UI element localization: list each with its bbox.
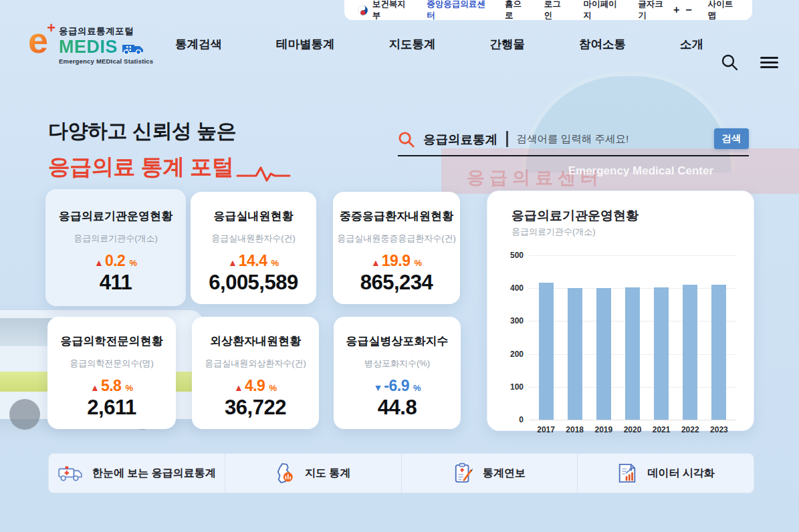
gov-emblem-icon <box>358 5 368 16</box>
chart-y-tick-label: 0 <box>502 415 524 424</box>
quick-link-data-visualization[interactable]: 데이터 시각화 <box>577 454 754 493</box>
down-triangle-icon: ▼ <box>373 382 382 393</box>
chart-y-tick-label: 500 <box>502 251 524 260</box>
change-indicator: ▼-6.9% <box>334 377 461 395</box>
quick-link-statistical-yearbook[interactable]: 통계연보 <box>401 454 578 493</box>
chart-x-tick-label: 2017 <box>533 425 560 434</box>
chart-y-tick-label: 400 <box>502 283 524 293</box>
up-triangle-icon: ▲ <box>371 257 380 268</box>
up-triangle-icon: ▲ <box>94 257 104 268</box>
hospital-sign-english: Emergency Medical Center <box>568 164 713 178</box>
stat-card-bed-saturation[interactable]: 응급실병상포화지수 병상포화지수(%) ▼-6.9% 44.8 <box>334 317 461 429</box>
nav-item-map-statistics[interactable]: 지도통계 <box>389 36 436 52</box>
chart-x-tick-label: 2020 <box>619 425 646 434</box>
main-header: e+ 응급의료통계포털 MEDIS Emergency MEDIcal <box>0 20 799 68</box>
stat-card-trauma-patients[interactable]: 외상환자내원현황 응급실내원외상환자수(건) ▲4.9% 36,722 <box>192 317 319 429</box>
chart-bar <box>654 287 669 420</box>
hero-title: 다양하고 신뢰성 높은 응급의료 통계 포털 <box>48 118 291 182</box>
up-triangle-icon: ▲ <box>228 257 237 268</box>
chart-bar <box>596 288 611 420</box>
header-search-icon[interactable] <box>721 53 738 71</box>
quick-link-map-statistics[interactable]: 지도 통계 <box>225 454 401 493</box>
chart-x-tick-label: 2018 <box>562 425 588 434</box>
up-triangle-icon: ▲ <box>234 382 243 393</box>
gov-agency-link[interactable]: 보건복지부 <box>358 0 411 21</box>
chart-y-tick-label: 300 <box>502 316 524 325</box>
stat-card-em-specialists[interactable]: 응급의학전문의현황 응급의학전문의수(명) ▲5.8% 2,611 <box>47 317 176 429</box>
search-input[interactable] <box>517 133 707 145</box>
topbar-link-home[interactable]: 홈으로 <box>505 0 528 21</box>
chart-bar <box>711 285 726 420</box>
font-size-label: 글자크기 <box>638 0 667 21</box>
quick-links-bar: 한눈에 보는 응급의료통계 지도 통계 통계연보 <box>48 453 754 493</box>
chart-x-tick-label: 2023 <box>705 425 732 434</box>
topbar-link-sitemap[interactable]: 사이트맵 <box>708 0 739 21</box>
topbar-link-nmc[interactable]: 중앙응급의료센터 <box>427 0 489 21</box>
ambulance-logo-icon <box>121 40 145 55</box>
chart-x-tick-label: 2022 <box>677 425 703 434</box>
nav-item-publications[interactable]: 간행물 <box>490 36 526 52</box>
chart-bar <box>683 285 697 420</box>
chart-subtitle: 응급의료기관수(개소) <box>511 226 596 238</box>
chart-y-tick-label: 200 <box>502 350 524 359</box>
yearbook-clipboard-icon <box>453 462 473 484</box>
font-size-increase-button[interactable]: + <box>673 5 679 15</box>
quick-link-overview[interactable]: 한눈에 보는 응급의료통계 <box>49 454 225 493</box>
stat-card-institutions[interactable]: 응급의료기관운영현황 응급의료기관수(개소) ▲0.2% 411 <box>45 189 186 306</box>
change-indicator: ▲19.9% <box>333 252 460 270</box>
topbar-link-login[interactable]: 로그인 <box>544 0 568 21</box>
korea-map-icon <box>275 462 296 484</box>
chart-bars <box>529 255 736 420</box>
chart-x-tick-label: 2021 <box>648 425 675 434</box>
nav-item-statistics-search[interactable]: 통계검색 <box>175 36 222 52</box>
up-triangle-icon: ▲ <box>90 382 100 393</box>
medis-portal-page: 응급의료센터 Emergency Medical Center 보건복지부 중앙… <box>0 0 799 532</box>
brand-tagline: Emergency MEDIcal Statistics <box>59 57 153 65</box>
search-divider <box>506 131 508 147</box>
search-button[interactable]: 검색 <box>714 128 749 149</box>
search-icon <box>398 131 415 148</box>
data-visualization-icon <box>616 462 638 484</box>
ambulance-icon <box>58 464 83 483</box>
chart-bar <box>539 283 554 420</box>
search-underline <box>398 155 749 156</box>
font-size-decrease-button[interactable]: − <box>685 5 691 15</box>
chart-bar <box>625 287 640 420</box>
hero-search: 응급의료통계 검색 <box>398 127 749 156</box>
main-nav: 통계검색 테마별통계 지도통계 간행물 참여소통 소개 <box>175 20 703 68</box>
change-indicator: ▲0.2% <box>45 252 186 270</box>
nav-item-about[interactable]: 소개 <box>680 36 703 52</box>
font-size-control: 글자크기 + − <box>638 0 691 21</box>
portal-name: 응급의료통계포털 <box>59 25 153 37</box>
stat-card-er-visits[interactable]: 응급실내원현황 응급실내원환자수(건) ▲14.4% 6,005,589 <box>191 192 316 304</box>
chart-x-tick-label: 2019 <box>590 425 617 434</box>
chart-title: 응급의료기관운영현황 <box>511 207 639 225</box>
brand-name: MEDIS <box>59 38 118 56</box>
nav-item-theme-statistics[interactable]: 테마별통계 <box>276 36 335 52</box>
stat-card-severe-patients[interactable]: 중증응급환자내원현황 응급실내원중증응급환자수(건) ▲19.9% 865,23… <box>333 192 460 304</box>
search-category-selector[interactable]: 응급의료통계 <box>423 131 497 148</box>
chart-plot: 5004003002001000 <box>529 255 736 420</box>
nav-item-participation[interactable]: 참여소통 <box>579 36 626 52</box>
chart-gridline <box>529 420 736 420</box>
menu-hamburger-icon[interactable] <box>760 57 778 68</box>
chart-panel: 응급의료기관운영현황 응급의료기관수(개소) 5004003002001000 … <box>487 190 754 431</box>
utility-bar: 보건복지부 중앙응급의료센터 홈으로 로그인 마이페이지 글자크기 + − 사이… <box>344 0 752 20</box>
change-indicator: ▲14.4% <box>191 252 316 270</box>
heartbeat-line-icon <box>236 162 291 182</box>
chart-bar <box>568 288 582 420</box>
logo-plus-mark: + <box>47 21 55 35</box>
chart-x-axis-labels: 2017201820192020202120222023 <box>529 425 736 434</box>
topbar-link-mypage[interactable]: 마이페이지 <box>583 0 622 21</box>
hero-title-line2: 응급의료 통계 포털 <box>48 152 233 182</box>
change-indicator: ▲4.9% <box>192 377 319 395</box>
medis-logo[interactable]: e+ 응급의료통계포털 MEDIS Emergency MEDIcal <box>28 24 153 65</box>
change-indicator: ▲5.8% <box>47 377 176 395</box>
chart-y-tick-label: 100 <box>502 382 524 392</box>
hero-title-line1: 다양하고 신뢰성 높은 <box>48 118 291 145</box>
